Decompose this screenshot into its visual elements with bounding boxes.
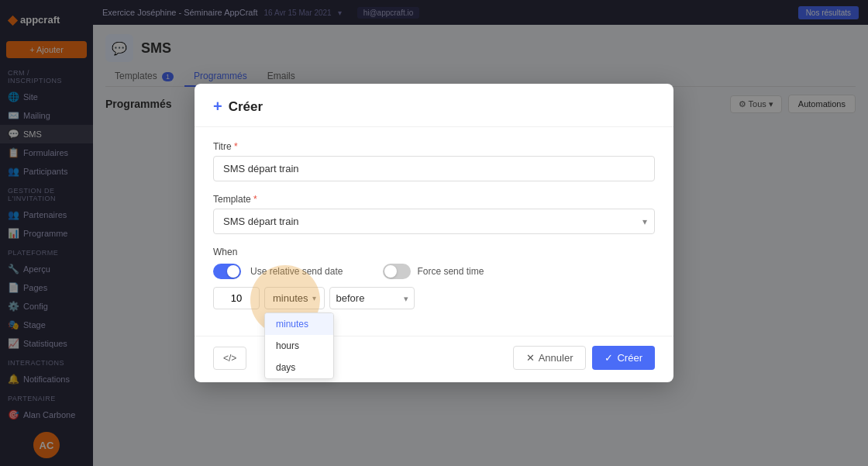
create-check-icon: ✓ (604, 352, 613, 364)
cancel-button[interactable]: ✕ Annuler (513, 346, 587, 370)
time-unit-dropdown-container: minutes ▾ minutes hours days (264, 287, 325, 309)
modal-header: + Créer (195, 84, 673, 127)
template-field-group: Template * SMS départ train (213, 194, 655, 234)
footer-right: ✕ Annuler ✓ Créer (513, 346, 655, 370)
before-after-wrapper: before after (329, 287, 415, 309)
force-send-group: Force send time (383, 264, 484, 279)
template-label: Template * (213, 194, 655, 205)
time-unit-dropdown-menu: minutes hours days (264, 312, 334, 379)
code-button[interactable]: </> (213, 347, 246, 370)
titre-field-group: Titre * (213, 141, 655, 181)
force-send-toggle[interactable] (383, 264, 411, 279)
force-send-label: Force send time (417, 266, 484, 277)
chevron-down-icon: ▾ (312, 294, 316, 302)
modal-plus-icon: + (213, 98, 222, 116)
template-select-wrapper: SMS départ train (213, 209, 655, 234)
when-field-group: When Use relative send date Force send t… (213, 247, 655, 309)
force-send-toggle-inner (384, 265, 397, 278)
when-inputs: minutes ▾ minutes hours days before (213, 287, 655, 309)
when-row: Use relative send date Force send time (213, 264, 655, 279)
titre-input[interactable] (213, 156, 655, 181)
before-after-select[interactable]: before after (329, 287, 415, 309)
titre-label: Titre * (213, 141, 655, 152)
cancel-x-icon: ✕ (526, 352, 535, 364)
dropdown-item-minutes[interactable]: minutes (265, 313, 333, 335)
use-relative-label: Use relative send date (250, 266, 343, 277)
titre-required: * (234, 141, 238, 152)
create-button[interactable]: ✓ Créer (592, 346, 655, 370)
modal-title: Créer (229, 99, 263, 115)
create-modal: + Créer Titre * Template * (195, 84, 673, 382)
modal-body: Titre * Template * SMS départ train (195, 127, 673, 336)
time-unit-dropdown-trigger[interactable]: minutes ▾ (264, 287, 325, 309)
time-unit-selected-label: minutes (273, 292, 308, 304)
dropdown-item-hours[interactable]: hours (265, 335, 333, 357)
toggle-inner (227, 265, 239, 278)
when-label: When (213, 247, 655, 257)
dropdown-item-days[interactable]: days (265, 357, 333, 378)
use-relative-toggle[interactable] (213, 264, 241, 279)
modal-backdrop: + Créer Titre * Template * (0, 0, 868, 466)
template-select[interactable]: SMS départ train (213, 209, 655, 234)
minutes-value-input[interactable] (213, 287, 260, 309)
template-required: * (253, 194, 257, 205)
